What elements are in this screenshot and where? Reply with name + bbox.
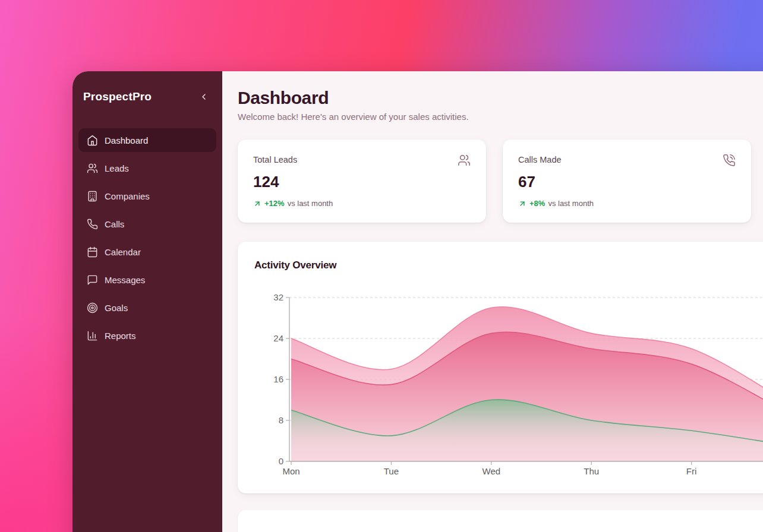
calendar-icon bbox=[87, 246, 98, 258]
sidebar-item-label: Companies bbox=[105, 191, 150, 201]
activity-chart: 08162432MonTueWedThuFri bbox=[238, 242, 763, 493]
svg-text:32: 32 bbox=[273, 292, 283, 302]
target-icon bbox=[87, 302, 98, 314]
stats-row: Total Leads 124 +12% vs last month Calls… bbox=[238, 140, 763, 223]
stat-trend: +12% vs last month bbox=[253, 199, 471, 208]
sidebar-item-messages[interactable]: Messages bbox=[78, 268, 216, 292]
trend-percent: +12% bbox=[264, 199, 285, 208]
sidebar-nav: Dashboard Leads Companies Calls Calendar… bbox=[78, 128, 216, 347]
brand-name: ProspectPro bbox=[83, 90, 152, 103]
svg-text:8: 8 bbox=[279, 415, 283, 425]
arrow-up-right-icon bbox=[518, 200, 526, 208]
sidebar-item-calls[interactable]: Calls bbox=[78, 212, 216, 236]
stat-trend: +8% vs last month bbox=[518, 199, 736, 208]
chart-column-icon bbox=[87, 330, 98, 341]
activity-overview-card: Activity Overview 08162432MonTueWedThuFr… bbox=[238, 242, 763, 493]
svg-text:24: 24 bbox=[273, 333, 283, 343]
phone-call-icon bbox=[723, 154, 736, 169]
stat-value: 124 bbox=[253, 173, 471, 191]
bottom-card-cropped bbox=[238, 510, 763, 532]
trend-suffix: vs last month bbox=[288, 199, 333, 208]
message-icon bbox=[87, 274, 98, 286]
phone-icon bbox=[87, 218, 98, 230]
sidebar-item-label: Reports bbox=[105, 331, 136, 341]
building-icon bbox=[87, 191, 98, 202]
arrow-up-right-icon bbox=[253, 200, 261, 208]
users-icon bbox=[87, 163, 98, 174]
svg-text:0: 0 bbox=[279, 456, 283, 466]
sidebar-item-dashboard[interactable]: Dashboard bbox=[78, 128, 216, 152]
chevron-left-icon bbox=[199, 92, 209, 102]
page-title: Dashboard bbox=[238, 88, 763, 108]
trend-suffix: vs last month bbox=[548, 199, 594, 208]
svg-text:16: 16 bbox=[273, 374, 283, 384]
sidebar-item-label: Dashboard bbox=[105, 135, 148, 145]
sidebar: ProspectPro Dashboard Leads Companies bbox=[72, 71, 222, 532]
stat-card-calls-made: Calls Made 67 +8% vs last month bbox=[503, 140, 751, 223]
sidebar-item-reports[interactable]: Reports bbox=[78, 324, 216, 347]
stat-value: 67 bbox=[518, 173, 736, 191]
svg-text:Mon: Mon bbox=[282, 466, 299, 476]
sidebar-header: ProspectPro bbox=[78, 87, 216, 107]
sidebar-item-companies[interactable]: Companies bbox=[78, 184, 216, 208]
sidebar-item-label: Calendar bbox=[105, 247, 141, 257]
svg-text:Thu: Thu bbox=[584, 466, 599, 476]
home-icon bbox=[87, 135, 98, 146]
sidebar-item-label: Calls bbox=[105, 219, 124, 229]
sidebar-item-label: Goals bbox=[105, 303, 128, 313]
sidebar-item-calendar[interactable]: Calendar bbox=[78, 240, 216, 264]
sidebar-item-leads[interactable]: Leads bbox=[78, 156, 216, 180]
trend-percent: +8% bbox=[529, 199, 545, 208]
stat-card-total-leads: Total Leads 124 +12% vs last month bbox=[238, 140, 486, 223]
stat-label: Total Leads bbox=[253, 155, 471, 164]
stat-label: Calls Made bbox=[518, 155, 736, 164]
page-subtitle: Welcome back! Here's an overview of your… bbox=[238, 112, 763, 122]
main-content: Dashboard Welcome back! Here's an overvi… bbox=[222, 71, 763, 532]
sidebar-collapse-button[interactable] bbox=[196, 89, 212, 104]
app-window: ProspectPro Dashboard Leads Companies bbox=[72, 71, 763, 532]
sidebar-item-label: Messages bbox=[105, 275, 145, 285]
users-icon bbox=[458, 154, 471, 169]
svg-text:Fri: Fri bbox=[686, 466, 697, 476]
sidebar-item-goals[interactable]: Goals bbox=[78, 296, 216, 319]
svg-text:Tue: Tue bbox=[384, 466, 399, 476]
svg-text:Wed: Wed bbox=[483, 466, 501, 476]
sidebar-item-label: Leads bbox=[105, 163, 129, 173]
